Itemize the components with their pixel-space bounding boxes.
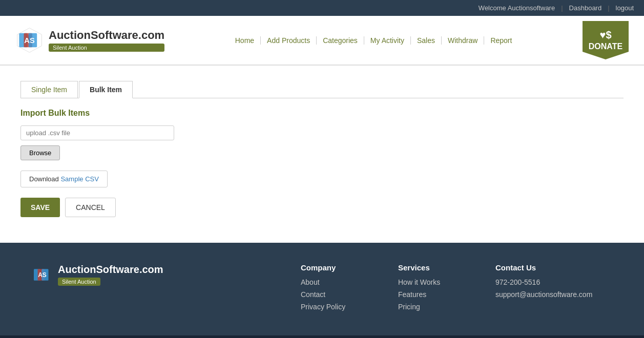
footer-contact-block: Contact Us 972-200-5516 support@auctions…	[495, 263, 613, 303]
tabs: Single Item Bulk Item	[20, 81, 624, 98]
bulk-import-form: Import Bulk Items Browse Download Sample…	[20, 109, 624, 217]
svg-text:AS: AS	[38, 271, 47, 279]
nav-withdraw[interactable]: Withdraw	[442, 36, 484, 45]
logout-link[interactable]: logout	[616, 4, 634, 12]
footer-contact-heading: Contact Us	[495, 263, 613, 272]
footer-services-heading: Services	[398, 263, 465, 272]
nav-my-activity[interactable]: My Activity	[364, 36, 411, 45]
footer-how-it-works-link[interactable]: How it Works	[398, 278, 465, 286]
footer-contact-link[interactable]: Contact	[301, 290, 367, 299]
nav-report[interactable]: Report	[484, 36, 518, 45]
download-label-normal: Download	[29, 175, 59, 183]
footer-logo-text: AuctionSoftware.com	[58, 264, 163, 276]
footer-company-heading: Company	[301, 263, 367, 272]
welcome-text: Welcome Auctionsoftware	[479, 4, 555, 12]
footer-email: support@auctionsoftware.com	[495, 290, 613, 299]
nav-sales[interactable]: Sales	[411, 36, 442, 45]
logo-text-block: AuctionSoftware.com Silent Auction	[49, 29, 164, 52]
main-nav: Home Add Products Categories My Activity…	[229, 36, 518, 45]
download-area: Download Sample CSV	[20, 171, 624, 187]
footer-phone: 972-200-5516	[495, 278, 613, 286]
logo-text: AuctionSoftware.com	[49, 29, 164, 42]
nav-categories[interactable]: Categories	[317, 36, 364, 45]
footer-about-link[interactable]: About	[301, 278, 367, 286]
main-content: Single Item Bulk Item Import Bulk Items …	[0, 66, 644, 243]
logo-badge: Silent Auction	[49, 44, 164, 52]
logo-icon: A S AS	[15, 26, 44, 54]
footer-logo-icon: AS AuctionSoftware.com Silent Auction	[31, 263, 270, 286]
heart-dollar-icon: ♥$	[600, 29, 612, 41]
csv-file-input[interactable]	[20, 125, 174, 140]
download-sample-csv-link[interactable]: Download Sample CSV	[20, 171, 108, 187]
form-buttons: SAVE CANCEL	[20, 198, 624, 217]
top-bar: Welcome Auctionsoftware | Dashboard | lo…	[0, 0, 644, 16]
footer-logo-badge: Silent Auction	[58, 278, 100, 286]
separator1: |	[561, 4, 563, 12]
cancel-button[interactable]: CANCEL	[65, 198, 116, 217]
footer-company: Company About Contact Privacy Policy	[301, 263, 367, 315]
footer-features-link[interactable]: Features	[398, 290, 465, 299]
logo-area: A S AS AuctionSoftware.com Silent Auctio…	[15, 26, 164, 54]
nav-add-products[interactable]: Add Products	[261, 36, 317, 45]
save-button[interactable]: SAVE	[20, 198, 60, 217]
footer-logo-text-block: AuctionSoftware.com Silent Auction	[58, 264, 163, 286]
header: A S AS AuctionSoftware.com Silent Auctio…	[0, 16, 644, 66]
tab-bulk-item[interactable]: Bulk Item	[79, 81, 133, 98]
tab-single-item[interactable]: Single Item	[20, 81, 78, 98]
footer-privacy-link[interactable]: Privacy Policy	[301, 303, 367, 311]
separator2: |	[608, 4, 609, 12]
svg-text:AS: AS	[24, 36, 35, 45]
download-label-link: Sample CSV	[59, 175, 99, 183]
dashboard-link[interactable]: Dashboard	[569, 4, 602, 12]
browse-button[interactable]: Browse	[20, 145, 60, 160]
footer-services: Services How it Works Features Pricing	[398, 263, 465, 315]
footer-logo-svg: AS	[31, 263, 54, 286]
form-title: Import Bulk Items	[20, 109, 624, 118]
footer-pricing-link[interactable]: Pricing	[398, 303, 465, 311]
nav-home[interactable]: Home	[229, 36, 261, 45]
donate-button[interactable]: ♥$ DONATE	[583, 21, 629, 59]
footer-main: AS AuctionSoftware.com Silent Auction Co…	[0, 243, 644, 335]
footer-logo: AS AuctionSoftware.com Silent Auction	[31, 263, 270, 290]
footer-bottom: © AuctionSoftware.com 2014-2015, All rig…	[0, 335, 644, 338]
